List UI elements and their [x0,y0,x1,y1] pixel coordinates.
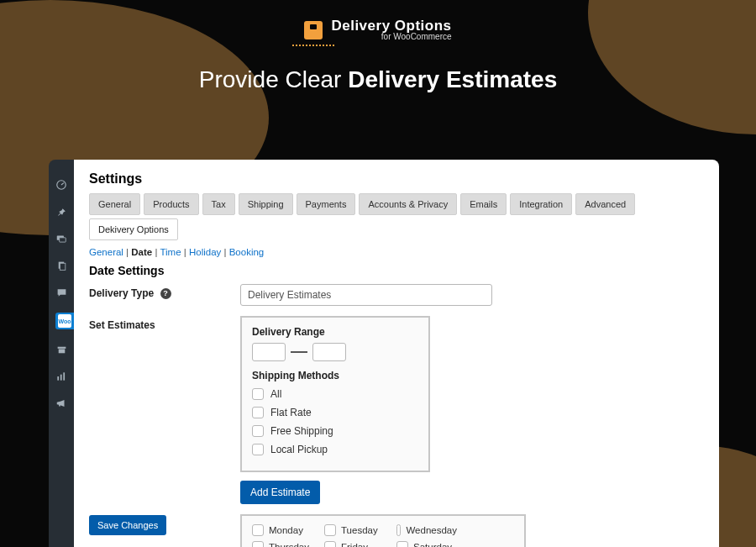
method-row: Flat Rate [252,407,418,418]
wp-admin-sidebar: Woo [49,160,74,547]
method-label: Flat Rate [270,407,312,418]
day-label: Thursday [269,542,309,547]
brand-subtitle: for WooCommerce [331,33,451,41]
day-label: Wednesday [406,525,457,535]
megaphone-icon[interactable] [55,397,68,410]
comment-icon[interactable] [55,286,68,299]
headline: Provide Clear Delivery Estimates [0,66,756,93]
delivery-type-label: Delivery Type ? [89,284,232,299]
tab-tax[interactable]: Tax [202,193,235,215]
delivery-range-label: Delivery Range [252,326,418,338]
dashboard-icon[interactable] [55,178,68,192]
day-option: Wednesday [396,524,457,536]
method-row: Local Pickup [252,444,418,455]
range-to-input[interactable] [312,343,346,361]
estimate-config-box: Delivery Range Shipping Methods AllFlat … [240,316,430,472]
checkbox[interactable] [252,388,264,400]
method-row: All [252,388,418,400]
settings-panel: Settings GeneralProductsTaxShippingPayme… [74,160,719,547]
delivery-days-box: MondayTuesdayWednesdayThursdayFridaySatu… [240,514,526,547]
tab-products[interactable]: Products [144,193,198,215]
svg-rect-4 [60,263,66,270]
delivery-type-input[interactable] [240,284,492,306]
svg-rect-7 [57,376,59,381]
checkbox[interactable] [396,524,401,536]
range-dash [291,351,307,353]
method-label: Free Shipping [270,425,333,437]
shipping-methods-label: Shipping Methods [252,370,418,381]
tab-payments[interactable]: Payments [297,193,356,215]
day-option: Saturday [396,541,457,547]
box-icon [304,21,323,39]
checkbox[interactable] [252,524,264,536]
day-label: Tuesday [341,525,378,535]
analytics-icon[interactable] [55,370,68,383]
add-estimate-button[interactable]: Add Estimate [240,481,320,504]
subtab-general[interactable]: General [89,247,123,257]
page-title: Settings [89,171,704,187]
feedback-icon[interactable] [55,232,68,245]
svg-rect-8 [60,375,62,381]
help-icon[interactable]: ? [160,288,171,299]
app-window: Woo Settings GeneralProductsTaxShippingP… [49,160,719,547]
subtab-date[interactable]: Date [131,247,152,257]
tab-dekivery-options[interactable]: Dekivery Options [89,218,178,240]
woo-icon[interactable]: Woo [55,313,74,329]
day-option: Thursday [252,541,312,547]
tab-general[interactable]: General [89,193,140,215]
method-label: Local Pickup [270,444,328,455]
set-estimates-label: Set Estimates [89,316,232,331]
brand-title: Delivery Options [331,18,451,33]
checkbox[interactable] [252,541,264,547]
method-label: All [270,388,281,400]
tab-shipping[interactable]: Shipping [239,193,293,215]
day-label: Friday [341,542,368,547]
subtab-holiday[interactable]: Holiday [189,247,221,257]
svg-rect-2 [60,238,66,242]
pin-icon[interactable] [55,205,68,218]
brand-block: Delivery Options for WooCommerce [0,18,756,41]
checkbox[interactable] [252,407,264,418]
tab-advanced[interactable]: Advanced [575,193,635,215]
section-title: Date Settings [89,264,704,277]
svg-rect-9 [63,372,65,380]
checkbox[interactable] [252,425,264,437]
tab-emails[interactable]: Emails [460,193,507,215]
method-row: Free Shipping [252,425,418,437]
subtab-booking[interactable]: Booking [229,247,265,257]
tab-integration[interactable]: Integration [510,193,572,215]
subtabs: General | Date | Time | Holiday | Bookin… [89,247,704,257]
checkbox[interactable] [396,541,408,547]
day-option: Tuesday [324,524,385,536]
day-label: Saturday [413,542,452,547]
save-changes-button[interactable]: Save Changes [89,515,166,535]
svg-rect-6 [58,349,65,353]
svg-rect-5 [57,346,66,348]
range-from-input[interactable] [252,343,286,361]
checkbox[interactable] [324,541,336,547]
day-label: Monday [269,525,303,535]
checkbox[interactable] [252,444,264,455]
subtab-time[interactable]: Time [160,247,181,257]
archive-icon[interactable] [55,343,68,356]
tab-accounts-privacy[interactable]: Accounts & Privacy [359,193,457,215]
tabs-row: GeneralProductsTaxShippingPaymentsAccoun… [89,193,704,240]
checkbox[interactable] [324,524,336,536]
day-option: Friday [324,541,385,547]
pages-icon[interactable] [55,259,68,272]
day-option: Monday [252,524,312,536]
